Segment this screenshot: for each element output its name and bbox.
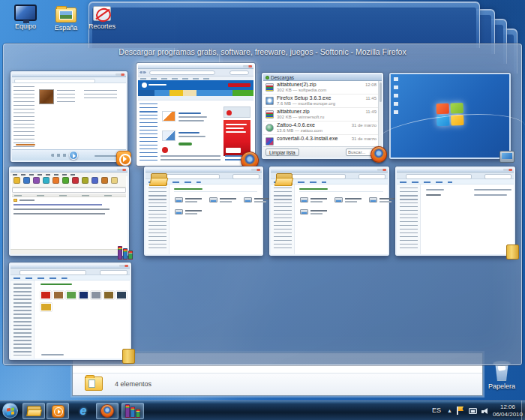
- item-count-status: 4 elementos: [115, 380, 152, 388]
- file-row: [426, 194, 441, 196]
- playback-controls: [12, 149, 126, 160]
- snipping-icon: [93, 6, 111, 21]
- thumbnail-winrar[interactable]: [9, 166, 129, 256]
- selected-window-title: Descargar programas gratis, software, fr…: [4, 47, 521, 56]
- folder-contents: [35, 280, 130, 358]
- folder-up-icon: [14, 199, 17, 202]
- drive-size: [310, 213, 322, 214]
- file-row: [474, 194, 507, 196]
- address-bar: [12, 188, 126, 193]
- mini-desktop-icons: [394, 77, 398, 118]
- navigation-pane: [10, 280, 34, 358]
- download-item: Firefox Setup 3.6.3.exe 7.6 MB — mozilla…: [263, 94, 378, 108]
- winrar-toolbar-icon: [52, 177, 59, 184]
- thumbnail-firefox-softonic[interactable]: [136, 63, 255, 166]
- file-row: [426, 189, 444, 190]
- sample-picture-below: [40, 303, 52, 311]
- thumbnail-firefox-downloads[interactable]: Descargas alttabtuner(2).zip 302 KB — so…: [262, 73, 383, 159]
- language-indicator[interactable]: ES: [432, 406, 441, 414]
- desktop-icon-recortes[interactable]: Recortes: [82, 6, 122, 30]
- winrar-toolbar-icon: [23, 177, 30, 184]
- group-header: [299, 188, 383, 192]
- winrar-toolbar-icon: [33, 177, 40, 184]
- taskbar-button-internet-explorer[interactable]: e: [72, 403, 94, 419]
- action-center-flag-icon[interactable]: [457, 406, 464, 415]
- thumbnail-windows-media-player[interactable]: [10, 71, 128, 162]
- file-list: [14, 199, 111, 215]
- drive-name: [380, 198, 396, 200]
- sample-picture: [104, 291, 114, 299]
- drive-name: [185, 210, 202, 212]
- stacked-window-1[interactable]: [88, 2, 480, 48]
- taskbar-button-winrar[interactable]: [122, 403, 144, 419]
- flag-pane: [11, 407, 15, 410]
- command-bar: [397, 179, 514, 184]
- footer-links: [160, 155, 220, 163]
- winrar-toolbar-icon: [92, 177, 98, 184]
- show-desktop-button[interactable]: [521, 400, 525, 420]
- folder-badge-icon: [506, 244, 519, 260]
- book: [136, 409, 140, 418]
- nav-tree-items: [14, 284, 32, 356]
- installer-color-icon: [266, 137, 274, 146]
- status-bar: [10, 249, 128, 254]
- thumbnail-explorer-details[interactable]: [395, 166, 515, 256]
- thumbnail-explorer-pictures[interactable]: [9, 262, 131, 360]
- nav-tree-items: [400, 188, 418, 251]
- nav-tab: [170, 90, 183, 96]
- drive-name: [345, 198, 362, 200]
- nav-tab: [138, 90, 154, 96]
- download-arrow-icon: [266, 76, 269, 80]
- network-icon[interactable]: [469, 408, 477, 414]
- windows-logo-pane: [436, 103, 448, 114]
- desktop-icon-espana[interactable]: España: [46, 8, 86, 32]
- photo-preview: [59, 10, 73, 20]
- drive-item: [300, 196, 332, 206]
- tray-time: 12:06: [490, 404, 525, 411]
- sample-picture: [79, 291, 89, 299]
- record-icon: [162, 147, 168, 153]
- download-item: Zattoo-4.0.6.exe 13.6 MB — zattoo.com 31…: [263, 122, 378, 135]
- status-text: [41, 354, 64, 356]
- folder-picture-icon: [56, 8, 76, 22]
- drive-size: [185, 201, 197, 202]
- downloads-list: alttabtuner(2).zip 302 KB — softpedia.co…: [263, 81, 378, 146]
- windows-start-icon: [7, 407, 14, 415]
- navigation-pane: [14, 86, 34, 147]
- sample-picture: [53, 291, 64, 299]
- taskbar-button-explorer[interactable]: [22, 403, 45, 419]
- flag-pane: [7, 412, 10, 415]
- sample-pictures-row: [40, 291, 127, 299]
- app-card-icon: [162, 111, 176, 122]
- volume-icon[interactable]: [482, 408, 489, 415]
- app-card-text: [178, 120, 204, 122]
- clock[interactable]: 12:06 06/04/2010: [490, 404, 525, 418]
- command-bar: [10, 275, 130, 280]
- thumbnail-show-desktop[interactable]: [389, 73, 511, 159]
- thumbnail-explorer-equipo[interactable]: [144, 166, 263, 256]
- ad-banner: [224, 120, 250, 156]
- drive-item: [209, 196, 241, 206]
- drive-item: [175, 208, 206, 218]
- flag-pane: [11, 411, 15, 414]
- titlebar: Descargas: [263, 74, 382, 81]
- start-button[interactable]: [2, 403, 18, 418]
- file-row: [14, 213, 105, 214]
- desktop-icon-label: España: [46, 24, 86, 32]
- book: [130, 406, 135, 418]
- taskbar: e ES ▲ 12:06 06/04/2010: [0, 400, 525, 420]
- drive-item: [334, 196, 366, 206]
- nav-tree-items: [274, 188, 292, 251]
- window-title: Descargas: [271, 75, 294, 80]
- downloads-footer: Limpiar lista: [263, 146, 382, 158]
- download-item: alttabtuner(2).zip 302 KB — softpedia.co…: [263, 81, 378, 94]
- thumbnail-explorer-equipo-2[interactable]: [269, 166, 389, 256]
- desktop-icon-equipo[interactable]: Equipo: [6, 4, 45, 30]
- sample-picture: [66, 291, 76, 299]
- winrar-toolbar-icon: [14, 177, 20, 184]
- download-link: [178, 142, 192, 146]
- track-list-text: [57, 90, 75, 104]
- taskbar-button-firefox[interactable]: [96, 403, 118, 419]
- show-hidden-icons-arrow[interactable]: ▲: [447, 408, 452, 413]
- taskbar-button-media-player[interactable]: [46, 403, 69, 419]
